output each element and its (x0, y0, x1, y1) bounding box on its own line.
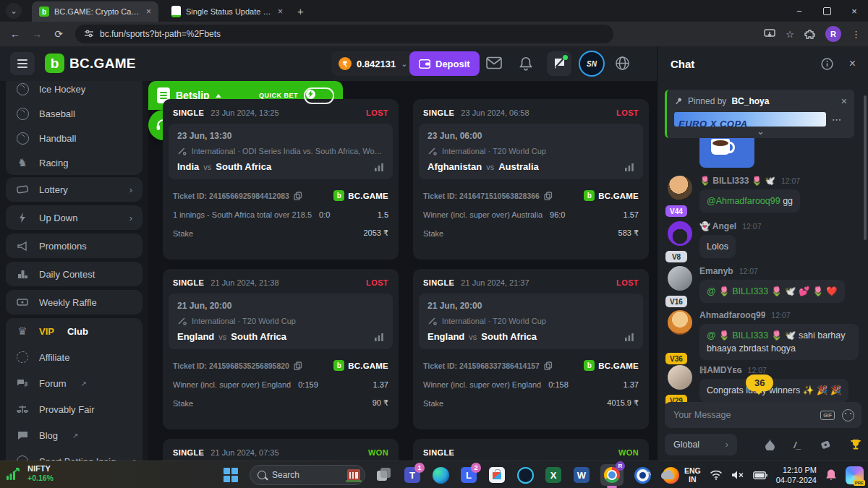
coin-drop-icon[interactable] (820, 440, 831, 450)
sidebar-item-weekly-raffle[interactable]: Weekly Raffle (6, 290, 142, 314)
stats-icon[interactable] (374, 333, 384, 341)
teams-app-button[interactable]: T 1 (403, 466, 422, 484)
event-panel[interactable]: 23 Jun, 13:30 International · ODI Series… (169, 124, 393, 179)
store-app-button[interactable] (488, 466, 506, 484)
sidebar-item-daily-contest[interactable]: Daily Contest (6, 262, 142, 286)
sidebar-item-forum[interactable]: Forum ↗ (6, 370, 142, 396)
chat-scrollbar[interactable] (864, 95, 867, 240)
save-page-icon[interactable] (764, 29, 775, 39)
browser-tab-status[interactable]: Single Status Update from 07/0 × (164, 1, 290, 22)
event-panel[interactable]: 21 Jun, 20:00 International · T20 World … (419, 294, 643, 349)
excel-app-button[interactable]: X (544, 466, 563, 484)
reload-button[interactable]: ⟳ (49, 28, 68, 40)
onedrive-cloud-icon[interactable] (660, 470, 676, 480)
copy-icon[interactable] (544, 192, 553, 200)
mail-icon[interactable] (486, 56, 502, 69)
mention[interactable]: @ 🌷 BILLI333 🌷 (707, 330, 782, 341)
chat-message-input[interactable] (672, 409, 813, 421)
chat-rules-icon[interactable]: /_ (793, 440, 801, 450)
task-view-button[interactable] (375, 466, 393, 484)
sidebar-item-promotions[interactable]: Promotions (6, 234, 142, 258)
copy-icon[interactable] (294, 192, 302, 200)
bell-icon[interactable] (519, 56, 532, 71)
event-panel[interactable]: 23 Jun, 06:00 International · T20 World … (419, 124, 643, 179)
username[interactable]: 🌷 BILLI333 🌷 🕊️ (699, 176, 775, 186)
username[interactable]: ℍAMDYᴇɢ (699, 365, 742, 375)
start-button[interactable] (221, 466, 240, 484)
ellipsis-icon[interactable]: ⋯ (832, 114, 842, 125)
pinned-banner-image[interactable]: EURO X COPA (674, 112, 826, 127)
avatar[interactable] (668, 221, 692, 246)
username[interactable]: Ahmadfarooq99 (699, 310, 765, 320)
avatar[interactable] (668, 365, 692, 390)
restore-button[interactable] (813, 0, 841, 22)
back-button[interactable]: ← (6, 28, 25, 40)
site-settings-icon[interactable] (84, 29, 94, 39)
edge-app-button[interactable] (431, 466, 450, 484)
taskbar-search[interactable]: Search (250, 465, 365, 485)
close-tab-icon[interactable]: × (278, 7, 283, 17)
sidebar-item-provably-fair[interactable]: Provably Fair (6, 396, 142, 422)
stats-icon[interactable] (624, 333, 634, 341)
sidebar-item-racing[interactable]: ♞ Racing (6, 150, 142, 175)
browser-profile-avatar[interactable]: R (825, 26, 841, 42)
wifi-icon[interactable] (710, 470, 723, 480)
volume-muted-icon[interactable] (731, 470, 744, 480)
close-tab-icon[interactable]: × (146, 7, 151, 17)
url-bar[interactable]: bc.fun/sports?bt-path=%2Fbets (75, 25, 613, 43)
taskbar-widget[interactable]: NIFTY +0.16% (6, 464, 54, 483)
sidebar-item-blog[interactable]: Blog ↗ (6, 422, 142, 448)
balance-selector[interactable]: ₹ 0.842131 ⌄ (331, 51, 414, 76)
user-avatar[interactable]: SN (579, 51, 605, 77)
extensions-icon[interactable] (804, 29, 815, 40)
taskbar-clock[interactable]: 12:10 PM 04-07-2024 (776, 465, 817, 485)
url-text[interactable]: bc.fun/sports?bt-path=%2Fbets (100, 29, 221, 39)
battery-icon[interactable] (753, 471, 767, 479)
sidebar-item-ice-hockey[interactable]: Ice Hockey (6, 81, 142, 101)
stats-icon[interactable] (624, 163, 634, 171)
copilot-icon[interactable]: PRE (846, 466, 864, 484)
kebab-menu-icon[interactable]: ⋮ (851, 29, 861, 40)
emoji-icon[interactable] (842, 409, 854, 421)
info-icon[interactable] (821, 58, 833, 70)
expand-pinned-chevron[interactable]: ⌄ (674, 127, 847, 137)
copy-icon[interactable] (294, 361, 302, 370)
chrome-app-button[interactable]: R (600, 464, 624, 486)
bcgame-logo-icon[interactable]: b (45, 53, 64, 73)
gif-icon[interactable]: GIF (820, 411, 835, 420)
quick-bet-toggle[interactable] (304, 87, 334, 104)
new-tab-button[interactable]: + (297, 5, 304, 17)
browser-tab-bcgame[interactable]: b BC.GAME: Crypto Casino Game × (32, 1, 158, 22)
chat-room-selector[interactable]: Global › (665, 434, 737, 455)
globe-language-icon[interactable] (615, 56, 630, 71)
sidebar-item-sport-betting-insights[interactable]: Sport Betting Insig ↗ (6, 448, 142, 461)
username[interactable]: 👻 Angel (699, 221, 736, 231)
avatar[interactable] (668, 310, 692, 335)
chat-toggle-button[interactable] (547, 51, 571, 76)
sidebar-item-lottery[interactable]: Lottery › (6, 177, 142, 202)
word-app-button[interactable]: W (572, 466, 591, 484)
close-pinned-icon[interactable]: × (841, 95, 847, 107)
tab-search-button[interactable]: ⌄ (6, 3, 22, 19)
mention[interactable]: @Ahmadfarooq99 (707, 196, 780, 206)
bookmark-star-icon[interactable]: ☆ (786, 29, 794, 40)
tray-expand-chevron[interactable]: ^ (647, 470, 651, 480)
username[interactable]: Emanyb (699, 266, 733, 276)
notification-bell-icon[interactable] (825, 468, 837, 481)
sidebar-item-baseball[interactable]: Baseball (6, 101, 142, 126)
trophy-icon[interactable] (850, 439, 861, 450)
stats-icon[interactable] (374, 163, 384, 171)
sidebar-item-vip-club[interactable]: ♛ VIP Club (6, 318, 142, 344)
sidebar-item-up-down[interactable]: Up Down › (6, 205, 142, 230)
sidebar-item-affiliate[interactable]: Affiliate (6, 344, 142, 370)
hamburger-menu-button[interactable] (10, 52, 35, 75)
event-panel[interactable]: 21 Jun, 20:00 International · T20 World … (169, 294, 393, 349)
close-window-button[interactable]: × (841, 0, 868, 22)
rain-drop-icon[interactable] (765, 439, 775, 450)
copy-icon[interactable] (544, 361, 553, 370)
sidebar-item-handball[interactable]: Handball (6, 126, 142, 150)
language-indicator[interactable]: ENG IN (684, 466, 701, 484)
alexa-app-button[interactable] (516, 466, 535, 484)
minimize-button[interactable]: − (786, 0, 813, 22)
avatar[interactable] (668, 176, 692, 200)
